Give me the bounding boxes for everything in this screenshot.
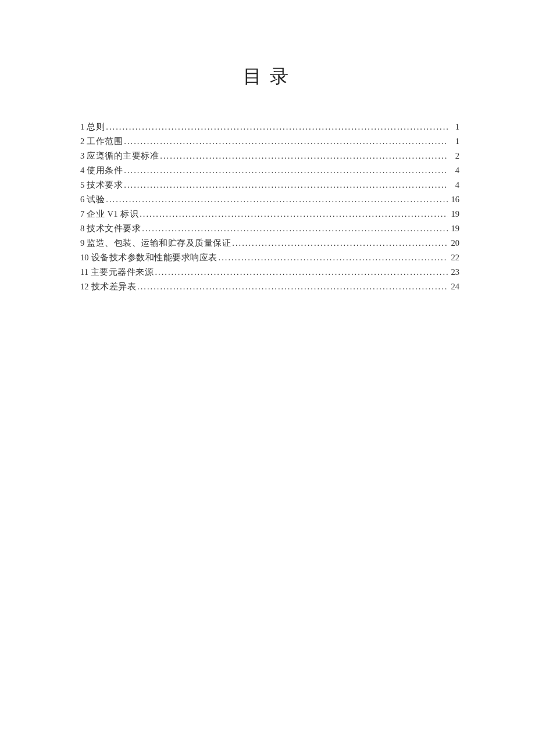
toc-entry-text: 使用条件 [87, 163, 123, 178]
toc-entry: 1 总则 1 [80, 120, 459, 134]
toc-entry-page: 1 [449, 134, 459, 149]
toc-entry-text: 总则 [87, 120, 105, 134]
toc-entry-text: 试验 [87, 192, 105, 207]
toc-entry-text: 设备技术参数和性能要求响应表 [91, 250, 217, 265]
toc-entry-text: 监造、包装、运输和贮存及质量保证 [87, 236, 231, 250]
toc-entry-text: 技术要求 [87, 178, 123, 192]
toc-entry-page: 19 [449, 221, 459, 236]
toc-leader [232, 236, 448, 250]
toc-entry-page: 20 [449, 236, 459, 250]
toc-entry-text: 技术文件要求 [87, 221, 141, 236]
toc-entry-number: 2 [80, 134, 84, 149]
toc-entry-number: 1 [80, 120, 84, 134]
toc-entry-page: 1 [449, 120, 459, 134]
toc-leader [219, 250, 448, 265]
toc-entry-page: 16 [449, 192, 459, 207]
toc-entry: 12 技术差异表 24 [80, 280, 459, 294]
toc-entry-text: 主要元器件来源 [91, 265, 154, 280]
toc-entry-number: 3 [80, 149, 84, 163]
toc-leader [124, 163, 448, 178]
toc-entry-number: 11 [80, 265, 88, 280]
toc-entry-number: 8 [80, 221, 84, 236]
toc-entry: 11 主要元器件来源 23 [80, 265, 459, 280]
toc-entry-text: 企业 V1 标识 [87, 207, 138, 221]
toc-entry: 9 监造、包装、运输和贮存及质量保证 20 [80, 236, 459, 250]
toc-leader [155, 265, 448, 280]
toc-entry-page: 4 [449, 178, 459, 192]
toc-entry: 4 使用条件 4 [80, 163, 459, 178]
toc-entry-text: 工作范围 [87, 134, 123, 149]
toc-entry: 3 应遵循的主要标准 2 [80, 149, 459, 163]
toc-entry-page: 19 [449, 207, 459, 221]
toc-entry-number: 4 [80, 163, 84, 178]
toc-entry-number: 9 [80, 236, 84, 250]
toc-entry: 6 试验 16 [80, 192, 459, 207]
toc-entry-page: 4 [449, 163, 459, 178]
toc-entry: 8 技术文件要求 19 [80, 221, 459, 236]
toc-entry: 10 设备技术参数和性能要求响应表 22 [80, 250, 459, 265]
toc-entry: 7 企业 V1 标识 19 [80, 207, 459, 221]
toc-entry-number: 7 [80, 207, 84, 221]
toc-entry-page: 2 [449, 149, 459, 163]
table-of-contents: 1 总则 1 2 工作范围 1 3 应遵循的主要标准 2 4 使用条件 4 5 … [80, 120, 459, 294]
toc-entry-text: 技术差异表 [91, 280, 137, 294]
toc-leader [137, 280, 448, 294]
toc-leader [124, 178, 448, 192]
toc-entry-number: 10 [80, 250, 89, 265]
toc-leader [160, 149, 448, 163]
toc-leader [142, 221, 448, 236]
page-title: 目录 [80, 64, 459, 89]
toc-leader [124, 134, 448, 149]
toc-entry-text: 应遵循的主要标准 [87, 149, 159, 163]
toc-entry: 2 工作范围 1 [80, 134, 459, 149]
toc-entry-page: 22 [449, 250, 459, 265]
toc-entry-page: 24 [449, 280, 459, 294]
toc-entry-number: 12 [80, 280, 89, 294]
toc-entry-number: 6 [80, 192, 84, 207]
toc-entry-page: 23 [449, 265, 459, 280]
toc-leader [106, 120, 448, 134]
toc-leader [106, 192, 448, 207]
toc-entry: 5 技术要求 4 [80, 178, 459, 192]
toc-leader [140, 207, 448, 221]
toc-entry-number: 5 [80, 178, 84, 192]
